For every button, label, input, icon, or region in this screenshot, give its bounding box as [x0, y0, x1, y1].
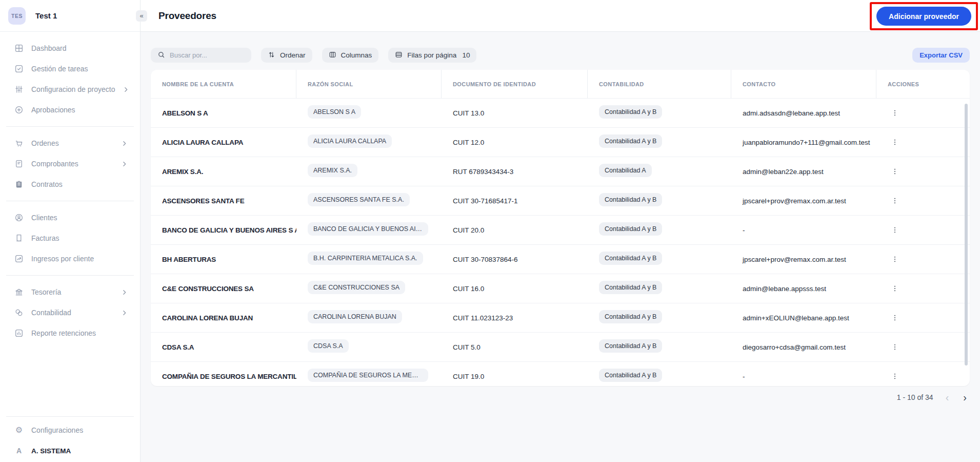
cell-contabilidad: Contabilidad A y B	[588, 134, 731, 150]
sidebar-item-configuraciones[interactable]: ⚙Configuraciones	[6, 420, 134, 440]
table-row[interactable]: BANCO DE GALICIA Y BUENOS AIRES S A UBAN…	[151, 215, 970, 244]
row-actions-kebab-icon[interactable]	[888, 370, 902, 382]
table-row[interactable]: CAROLINA LORENA BUJANCAROLINA LORENA BUJ…	[151, 303, 970, 332]
row-actions-kebab-icon[interactable]	[888, 282, 902, 295]
table-toolbar: Ordenar Columnas Filas por página 10 Exp…	[151, 48, 970, 63]
sidebar-item-dashboard[interactable]: Dashboard	[0, 38, 140, 59]
column-header-contabilidad[interactable]: Contabilidad	[588, 70, 731, 98]
row-actions-kebab-icon[interactable]	[888, 107, 902, 119]
table-row[interactable]: AREMIX S.A.AREMIX S.A.RUT 6789343434-3Co…	[151, 157, 970, 186]
sidebar-item-ingresos-por-cliente[interactable]: Ingresos por cliente	[0, 248, 140, 269]
cell-razon-social: ASCENSORES SANTA FE S.A.	[296, 193, 442, 208]
chevron-right-icon	[121, 161, 128, 167]
contabilidad-badge: Contabilidad A y B	[599, 369, 662, 382]
sidebar-item-tesoreria[interactable]: Tesorería	[0, 282, 140, 302]
row-actions-kebab-icon[interactable]	[888, 312, 902, 324]
sidebar-item-label: Configuracion de proyecto	[31, 85, 115, 93]
cell-documento-identidad: CUIT 13.0	[442, 109, 588, 117]
task-check-icon	[14, 64, 24, 73]
cell-acciones	[876, 341, 970, 353]
row-actions-kebab-icon[interactable]	[888, 136, 902, 148]
cell-contacto: admin+xEOLIUN@lebane.app.test	[731, 314, 876, 322]
sidebar-item-label: Comprobantes	[31, 160, 78, 168]
sidebar-item-contabilidad[interactable]: Contabilidad	[0, 302, 140, 323]
sidebar-item-a-sistema[interactable]: AA. SISTEMA	[6, 440, 134, 461]
cell-acciones	[876, 165, 970, 178]
row-actions-kebab-icon[interactable]	[888, 253, 902, 265]
column-header-razon-social[interactable]: Razón social	[296, 70, 442, 98]
row-actions-kebab-icon[interactable]	[888, 341, 902, 353]
page-title: Proveedores	[158, 10, 216, 22]
sidebar-item-aprobaciones[interactable]: Aprobaciones	[0, 100, 140, 120]
sidebar-item-clientes[interactable]: Clientes	[0, 207, 140, 228]
cell-contabilidad: Contabilidad A	[588, 164, 731, 179]
contabilidad-badge: Contabilidad A y B	[599, 339, 662, 353]
sidebar-item-gestion-de-tareas[interactable]: Gestión de tareas	[0, 59, 140, 79]
previous-page-button[interactable]: ‹	[944, 392, 951, 402]
cell-razon-social: COMPAÑIA DE SEGUROS LA MERCAN...	[296, 369, 442, 384]
sort-button[interactable]: Ordenar	[261, 48, 312, 63]
sidebar-item-label: A. SISTEMA	[31, 447, 71, 455]
cell-documento-identidad: CUIT 11.023123-23	[442, 314, 588, 322]
sidebar-item-contratos[interactable]: Contratos	[0, 174, 140, 195]
search-input[interactable]	[170, 51, 245, 59]
sidebar-item-comprobantes[interactable]: Comprobantes	[0, 153, 140, 174]
table-row[interactable]: COMPAÑIA DE SEGUROS LA MERCANTIL ANDCOMP…	[151, 361, 970, 386]
workspace-badge: TES	[8, 7, 26, 25]
table-body: ABELSON S AABELSON S ACUIT 13.0Contabili…	[151, 98, 970, 386]
cell-nombre-cuenta: COMPAÑIA DE SEGUROS LA MERCANTIL AND	[151, 373, 296, 380]
sidebar-collapse-button[interactable]: «	[136, 10, 147, 22]
table-row[interactable]: C&E CONSTRUCCIONES SAC&E CONSTRUCCIONES …	[151, 274, 970, 303]
gear-icon: ⚙	[14, 426, 24, 435]
column-header-documento[interactable]: Documento de identidad	[442, 70, 588, 98]
row-actions-kebab-icon[interactable]	[888, 195, 902, 207]
table-row[interactable]: BH ABERTURASB.H. CARPINTERIA METALICA S.…	[151, 244, 970, 274]
cell-contabilidad: Contabilidad A y B	[588, 222, 731, 238]
cell-contabilidad: Contabilidad A y B	[588, 339, 731, 355]
contabilidad-badge: Contabilidad A y B	[599, 310, 662, 323]
cell-razon-social: AREMIX S.A.	[296, 164, 442, 179]
cell-contabilidad: Contabilidad A y B	[588, 193, 731, 208]
cell-documento-identidad: CUIT 30-71685417-1	[442, 197, 588, 205]
contabilidad-badge: Contabilidad A y B	[599, 134, 662, 148]
contabilidad-badge: Contabilidad A y B	[599, 252, 662, 265]
cell-razon-social: BANCO DE GALICIA Y BUENOS AIRES ...	[296, 222, 442, 238]
razon-social-badge: BANCO DE GALICIA Y BUENOS AIRES ...	[308, 222, 428, 236]
razon-social-badge: ASCENSORES SANTA FE S.A.	[308, 193, 410, 206]
column-header-nombre[interactable]: Nombre de la cuenta	[151, 70, 296, 98]
cart-icon	[14, 139, 24, 148]
columns-button[interactable]: Columnas	[322, 48, 379, 63]
sidebar-item-label: Configuraciones	[31, 426, 83, 434]
razon-social-badge: ALICIA LAURA CALLAPA	[308, 134, 392, 148]
contabilidad-badge: Contabilidad A y B	[599, 193, 662, 206]
next-page-button[interactable]: ›	[961, 392, 969, 402]
row-actions-kebab-icon[interactable]	[888, 165, 902, 178]
table-row[interactable]: ALICIA LAURA CALLAPAALICIA LAURA CALLAPA…	[151, 127, 970, 157]
sidebar-item-configuracion-de-proyecto[interactable]: Configuracion de proyecto	[0, 79, 140, 100]
search-box[interactable]	[151, 48, 251, 63]
sidebar-item-ordenes[interactable]: Ordenes	[0, 133, 140, 153]
contabilidad-badge: Contabilidad A y B	[599, 105, 662, 119]
export-csv-button[interactable]: Exportar CSV	[912, 48, 970, 63]
cell-nombre-cuenta: CAROLINA LORENA BUJAN	[151, 314, 296, 322]
sidebar-item-reporte-retenciones[interactable]: Reporte retenciones	[0, 323, 140, 343]
table-scrollbar-thumb[interactable]	[965, 104, 968, 365]
rows-per-page-button[interactable]: Filas por página 10	[388, 48, 476, 63]
table-row[interactable]: ABELSON S AABELSON S ACUIT 13.0Contabili…	[151, 98, 970, 127]
cell-contabilidad: Contabilidad A y B	[588, 310, 731, 325]
table-row[interactable]: ASCENSORES SANTA FEASCENSORES SANTA FE S…	[151, 186, 970, 215]
add-provider-button[interactable]: Adicionar proveedor	[876, 7, 971, 26]
search-icon	[157, 51, 165, 60]
row-actions-kebab-icon[interactable]	[888, 224, 902, 236]
cell-contacto: jpscarel+prov@remax.com.ar.test	[731, 197, 876, 205]
user-circle-icon	[14, 213, 24, 222]
table-row[interactable]: CDSA S.ACDSA S.ACUIT 5.0Contabilidad A y…	[151, 332, 970, 361]
sidebar-item-facturas[interactable]: Facturas	[0, 228, 140, 248]
sidebar-section-divider	[6, 275, 134, 276]
clipboard-icon	[14, 180, 24, 189]
sort-arrows-icon	[268, 51, 275, 60]
invoice-icon	[14, 234, 24, 243]
cell-contacto: juanpabloramundo7+111@gmail.com.test	[731, 139, 876, 146]
main-area: « Proveedores Adicionar proveedor O	[141, 0, 980, 462]
column-header-contacto[interactable]: Contacto	[731, 70, 876, 98]
